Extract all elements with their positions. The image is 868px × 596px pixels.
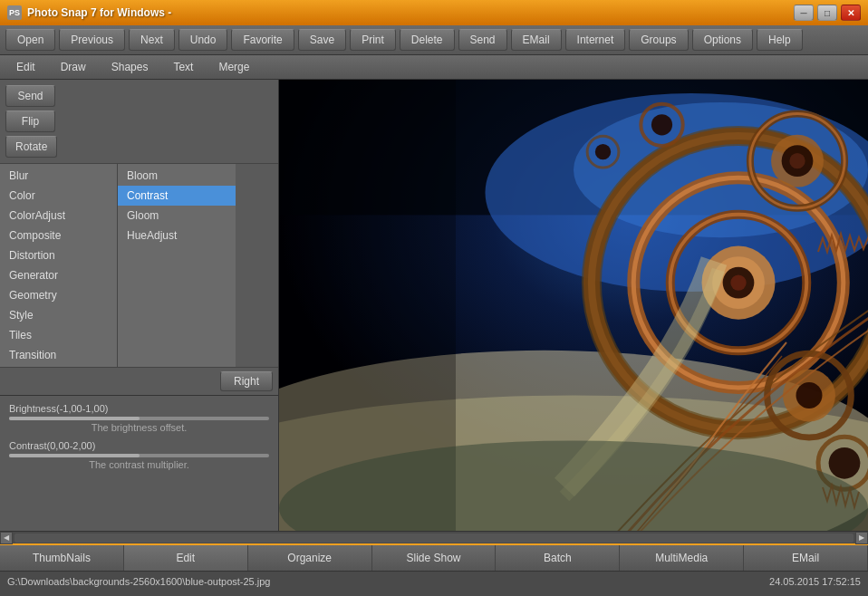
category-item-blur[interactable]: Blur	[0, 166, 117, 186]
menu-item-shapes[interactable]: Shapes	[99, 57, 161, 77]
bottom-tabs: ThumbNailsEditOrganizeSlide ShowBatchMul…	[0, 543, 868, 571]
contrast-track[interactable]	[9, 454, 269, 457]
submenu-item-bloom[interactable]: Bloom	[118, 166, 236, 186]
right-align-button[interactable]: Right	[220, 371, 273, 391]
brightness-fill	[9, 417, 140, 420]
category-item-color[interactable]: Color	[0, 186, 117, 206]
menu-item-edit[interactable]: Edit	[4, 57, 48, 77]
toolbar-save-button[interactable]: Save	[298, 29, 346, 51]
bottom-tab-multimedia[interactable]: MultiMedia	[620, 545, 744, 571]
maximize-button[interactable]: □	[817, 5, 837, 21]
submenu-item-gloom[interactable]: Gloom	[118, 206, 236, 226]
svg-point-31	[829, 447, 861, 479]
category-item-coloradjust[interactable]: ColorAdjust	[0, 206, 117, 226]
window-controls: ─ □ ✕	[794, 5, 861, 21]
menu-item-merge[interactable]: Merge	[206, 57, 262, 77]
category-item-tiles[interactable]: Tiles	[0, 325, 117, 345]
toolbar-open-button[interactable]: Open	[5, 29, 55, 51]
brightness-setting: Brightness(-1,00-1,00) The brightness of…	[9, 403, 269, 433]
dropdown-area: BlurColorColorAdjustCompositeDistortionG…	[0, 164, 278, 367]
contrast-slider-container	[9, 454, 269, 457]
flip-row: Flip	[5, 111, 273, 132]
brightness-track[interactable]	[9, 417, 269, 420]
close-button[interactable]: ✕	[841, 5, 861, 21]
toolbar-print-button[interactable]: Print	[350, 29, 396, 51]
submenu-list: BloomContrastGloomHueAdjust	[118, 164, 236, 367]
status-bar: G:\Downloads\backgrounds-2560x1600\blue-…	[0, 571, 868, 591]
bottom-tab-email[interactable]: EMail	[744, 545, 868, 571]
menu-bar: EditDrawShapesTextMerge	[0, 55, 868, 80]
toolbar-send-button[interactable]: Send	[458, 29, 507, 51]
toolbar-help-button[interactable]: Help	[757, 29, 803, 51]
svg-point-26	[595, 144, 611, 159]
toolbar-delete-button[interactable]: Delete	[400, 29, 455, 51]
settings-area: Brightness(-1,00-1,00) The brightness of…	[0, 396, 278, 531]
fractal-image	[279, 80, 868, 531]
bottom-tab-organize[interactable]: Organize	[248, 545, 372, 571]
svg-point-17	[730, 274, 746, 290]
app-title: Photo Snap 7 for Windows -	[27, 6, 794, 19]
rotate-button[interactable]: Rotate	[5, 136, 57, 158]
category-item-generator[interactable]: Generator	[0, 265, 117, 285]
scroll-track[interactable]	[14, 534, 854, 543]
toolbar: OpenPreviousNextUndoFavoriteSavePrintDel…	[0, 25, 868, 55]
category-item-composite[interactable]: Composite	[0, 226, 117, 245]
left-top-controls: Send Flip Rotate	[0, 80, 278, 164]
svg-point-22	[789, 153, 805, 168]
toolbar-previous-button[interactable]: Previous	[59, 29, 125, 51]
contrast-label: Contrast(0,00-2,00)	[9, 440, 269, 451]
minimize-button[interactable]: ─	[794, 5, 814, 21]
scroll-right-arrow[interactable]: ▶	[855, 532, 868, 544]
category-item-style[interactable]: Style	[0, 305, 117, 325]
category-item-geometry[interactable]: Geometry	[0, 285, 117, 305]
app-icon: PS	[7, 5, 22, 20]
timestamp: 24.05.2015 17:52:15	[769, 576, 861, 587]
menu-item-text[interactable]: Text	[160, 57, 206, 77]
bottom-tab-batch[interactable]: Batch	[496, 545, 620, 571]
brightness-desc: The brightness offset.	[9, 422, 269, 433]
toolbar-undo-button[interactable]: Undo	[178, 29, 228, 51]
bottom-tab-edit[interactable]: Edit	[124, 545, 248, 571]
category-item-distortion[interactable]: Distortion	[0, 245, 117, 265]
send-button[interactable]: Send	[5, 85, 55, 107]
file-path: G:\Downloads\backgrounds-2560x1600\blue-…	[7, 576, 270, 587]
main-content: Send Flip Rotate BlurColorColorAdjustCom…	[0, 80, 868, 531]
right-align-bar: Right	[0, 367, 278, 396]
scroll-left-arrow[interactable]: ◀	[0, 532, 13, 544]
toolbar-next-button[interactable]: Next	[129, 29, 175, 51]
toolbar-internet-button[interactable]: Internet	[565, 29, 626, 51]
menu-item-draw[interactable]: Draw	[48, 57, 99, 77]
submenu-item-contrast[interactable]: Contrast	[118, 186, 236, 206]
bottom-tab-thumbnails[interactable]: ThumbNails	[0, 545, 124, 571]
category-list: BlurColorColorAdjustCompositeDistortionG…	[0, 164, 118, 367]
image-area	[279, 80, 868, 531]
bottom-tab-slide-show[interactable]: Slide Show	[372, 545, 497, 571]
rotate-row: Rotate	[5, 136, 273, 158]
brightness-slider-container	[9, 417, 269, 420]
flip-button[interactable]: Flip	[5, 111, 55, 132]
submenu-item-hueadjust[interactable]: HueAdjust	[118, 226, 236, 245]
category-item-transition[interactable]: Transition	[0, 345, 117, 365]
contrast-desc: The contrast multiplier.	[9, 459, 269, 470]
left-panel: Send Flip Rotate BlurColorColorAdjustCom…	[0, 80, 279, 531]
brightness-label: Brightness(-1,00-1,00)	[9, 403, 269, 414]
svg-point-29	[796, 382, 823, 409]
contrast-setting: Contrast(0,00-2,00) The contrast multipl…	[9, 440, 269, 470]
title-bar: PS Photo Snap 7 for Windows - ─ □ ✕	[0, 0, 868, 25]
svg-point-24	[651, 114, 672, 135]
toolbar-email-button[interactable]: EMail	[511, 29, 562, 51]
toolbar-options-button[interactable]: Options	[692, 29, 753, 51]
horizontal-scrollbar: ◀ ▶	[0, 531, 868, 543]
toolbar-groups-button[interactable]: Groups	[629, 29, 688, 51]
toolbar-favorite-button[interactable]: Favorite	[231, 29, 294, 51]
action-buttons-row: Send	[5, 85, 273, 107]
contrast-fill	[9, 454, 140, 457]
